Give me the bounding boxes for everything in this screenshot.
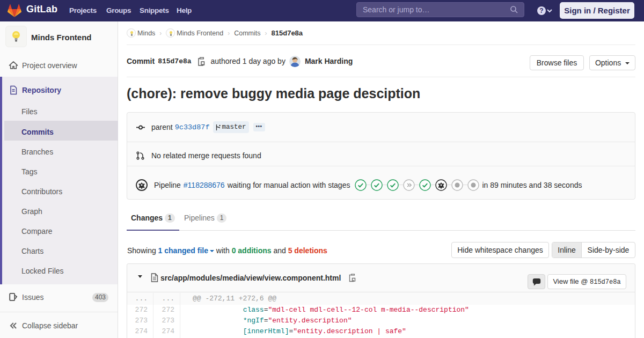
svg-text:?: ? <box>539 7 543 14</box>
